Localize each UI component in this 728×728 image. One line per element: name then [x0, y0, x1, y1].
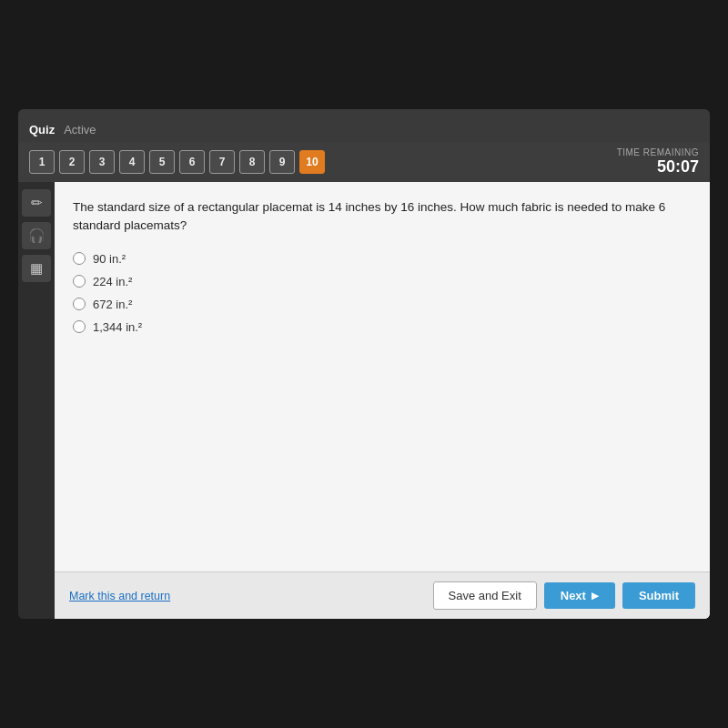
question-number-9[interactable]: 9 — [269, 150, 295, 174]
option-label-1: 224 in.² — [93, 275, 132, 288]
content-area: The standard size of a rectangular place… — [55, 182, 710, 619]
option-item-3[interactable]: 1,344 in.² — [73, 320, 692, 334]
headphone-icon[interactable]: 🎧 — [22, 222, 51, 249]
question-text: The standard size of a rectangular place… — [73, 198, 692, 236]
radio-2 — [73, 298, 86, 310]
toolbar-row: 12345678910 TIME REMAINING 50:07 — [18, 142, 710, 182]
question-number-6[interactable]: 6 — [179, 150, 205, 174]
question-number-1[interactable]: 1 — [29, 150, 55, 174]
options-list: 90 in.²224 in.²672 in.²1,344 in.² — [73, 252, 692, 334]
active-label: Active — [64, 123, 96, 142]
footer-buttons: Save and Exit Next Submit — [433, 581, 695, 610]
question-number-8[interactable]: 8 — [239, 150, 265, 174]
mark-return-link[interactable]: Mark this and return — [69, 590, 170, 602]
radio-3 — [73, 320, 86, 333]
header-bar: Quiz Active — [18, 109, 710, 142]
question-number-2[interactable]: 2 — [59, 150, 85, 174]
question-card: The standard size of a rectangular place… — [55, 182, 710, 571]
question-number-4[interactable]: 4 — [119, 150, 145, 174]
calculator-icon[interactable]: ▦ — [22, 255, 51, 282]
option-item-1[interactable]: 224 in.² — [73, 275, 692, 288]
save-exit-button[interactable]: Save and Exit — [433, 581, 537, 610]
main-layout: ✏ 🎧 ▦ The standard size of a rectangular… — [18, 182, 710, 619]
quiz-screen: Quiz Active 12345678910 TIME REMAINING 5… — [18, 109, 710, 619]
option-item-0[interactable]: 90 in.² — [73, 252, 692, 266]
left-sidebar: ✏ 🎧 ▦ — [18, 182, 55, 619]
quiz-label: Quiz — [29, 123, 55, 142]
time-remaining-value: 50:07 — [617, 157, 699, 177]
next-button[interactable]: Next — [544, 582, 615, 609]
pencil-icon[interactable]: ✏ — [22, 189, 51, 217]
submit-button[interactable]: Submit — [622, 582, 695, 609]
option-label-0: 90 in.² — [93, 252, 126, 266]
question-number-7[interactable]: 7 — [209, 150, 235, 174]
question-numbers: 12345678910 — [29, 150, 617, 174]
option-item-2[interactable]: 672 in.² — [73, 298, 692, 311]
question-number-10[interactable]: 10 — [299, 150, 325, 174]
question-number-5[interactable]: 5 — [149, 150, 175, 174]
time-remaining-label: TIME REMAINING — [617, 147, 699, 157]
radio-0 — [73, 252, 86, 265]
option-label-3: 1,344 in.² — [93, 320, 142, 334]
question-number-3[interactable]: 3 — [89, 150, 115, 174]
radio-1 — [73, 275, 86, 288]
time-remaining: TIME REMAINING 50:07 — [617, 147, 699, 177]
option-label-2: 672 in.² — [93, 298, 132, 311]
footer-bar: Mark this and return Save and Exit Next … — [55, 571, 710, 619]
